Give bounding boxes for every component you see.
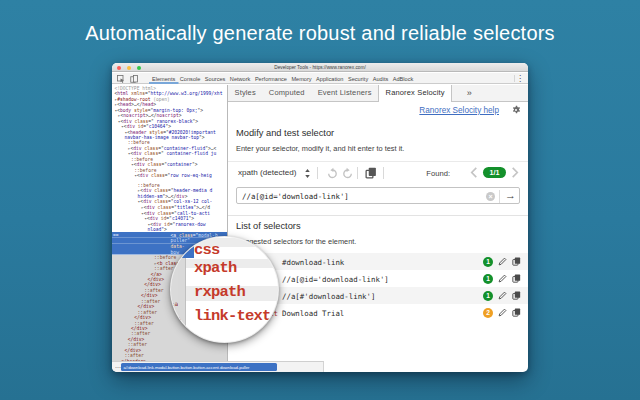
loupe-label-xpath: xpath: [194, 259, 237, 277]
loupe-label-link-text: link-text: [194, 307, 271, 325]
tabbar-separator: [514, 75, 515, 82]
help-row: Ranorex Selocity help: [228, 102, 528, 118]
inspect-element-icon[interactable]: [117, 75, 125, 83]
devtools-tab-bar: ElementsConsoleSourcesNetworkPerformance…: [112, 73, 528, 84]
selector-input-row: //a[@id='download-link'] × →: [228, 187, 528, 207]
devtools-menu-icon[interactable]: ⋮: [516, 73, 524, 84]
dropdown-arrows-icon: [305, 169, 310, 178]
selector-value: //a[#'download-link']: [282, 292, 375, 301]
match-count-badge: 1: [483, 257, 493, 267]
breadcrumb-selected-chip[interactable]: a#download-link.modal-button.button.butt…: [121, 363, 277, 371]
selector-toolbar: xpath (detected): [228, 161, 528, 185]
devtools-window: Developer Tools - https://www.ranorex.co…: [112, 63, 528, 372]
toolbar-separator: [317, 167, 318, 179]
toolbar-separator: [357, 167, 358, 179]
sidebar-tab-event-listeners[interactable]: Event Listeners: [311, 85, 378, 101]
selector-type-dropdown[interactable]: xpath (detected): [238, 168, 297, 177]
tree-node[interactable]: ▾<div class="row row-eq-heig: [112, 173, 227, 178]
headline: Automatically generate robust and reliab…: [0, 22, 640, 45]
selector-input-value: //a[@id='download-link']: [242, 192, 349, 201]
window-title: Developer Tools - https://www.ranorex.co…: [112, 63, 528, 72]
selocity-help-link[interactable]: Ranorex Selocity help: [419, 106, 499, 115]
devtools-tab-adblock[interactable]: AdBlock: [393, 76, 414, 82]
devtools-tab-elements[interactable]: Elements: [152, 76, 175, 82]
match-count-badge: 2: [483, 308, 493, 318]
devtools-tab-sources[interactable]: Sources: [205, 76, 226, 82]
devtools-tab-security[interactable]: Security: [348, 76, 368, 82]
devtools-tabs: ElementsConsoleSourcesNetworkPerformance…: [152, 73, 492, 84]
breadcrumb-bar: ... a#download-link.modal-button.button.…: [112, 361, 324, 373]
edit-pencil-icon[interactable]: [498, 291, 507, 300]
redo-icon[interactable]: [342, 167, 354, 179]
previous-match-icon[interactable]: [470, 167, 478, 178]
selector-value: //a[@id='download-link']: [282, 275, 389, 284]
window-titlebar: Developer Tools - https://www.ranorex.co…: [112, 63, 528, 72]
copy-icon[interactable]: [512, 291, 521, 300]
match-count-badge: 1: [483, 274, 493, 284]
settings-gear-icon[interactable]: [511, 105, 521, 115]
tree-node[interactable]: ▾<div class=" container-fluid ju: [112, 151, 227, 156]
copy-icon[interactable]: [512, 274, 521, 283]
run-selector-icon[interactable]: →: [505, 189, 516, 201]
sidebar-tabs: StylesComputedEvent ListenersRanorex Sel…: [228, 85, 528, 102]
active-tab-underline: [149, 82, 178, 84]
selocity-sidebar: StylesComputedEvent ListenersRanorex Sel…: [228, 85, 528, 361]
field-separator: [499, 190, 500, 203]
sidebar-tabs-overflow-icon[interactable]: »: [460, 85, 478, 101]
sidebar-tab-styles[interactable]: Styles: [228, 85, 262, 101]
undo-icon[interactable]: [326, 167, 338, 179]
clear-input-icon[interactable]: ×: [486, 192, 495, 201]
loupe-label-css: css: [194, 241, 220, 259]
devtools-tab-audits[interactable]: Audits: [373, 76, 389, 82]
copy-icon[interactable]: [512, 257, 521, 266]
stage: Automatically generate robust and reliab…: [0, 0, 640, 400]
sidebar-tab-ranorex-selocity[interactable]: Ranorex Selocity: [378, 85, 452, 102]
found-label: Found:: [426, 169, 450, 178]
list-section-title: List of selectors: [236, 221, 301, 231]
toolbar-separator: [383, 167, 384, 179]
section-divider: [228, 215, 528, 216]
devtools-tab-performance[interactable]: Performance: [255, 76, 287, 82]
edit-pencil-icon[interactable]: [498, 308, 507, 317]
magnifier-loupe: :af </d css xpath rxpath link-text: [170, 236, 279, 343]
minimize-button[interactable]: [127, 66, 131, 70]
copy-icon[interactable]: [512, 308, 521, 317]
close-button[interactable]: [117, 66, 121, 70]
devtools-tab-network[interactable]: Network: [230, 76, 251, 82]
devtools-tab-memory[interactable]: Memory: [291, 76, 311, 82]
traffic-lights: [117, 66, 141, 70]
sidebar-tab-computed[interactable]: Computed: [262, 85, 311, 101]
loupe-content: :af </d css xpath rxpath link-text: [171, 237, 278, 342]
device-toolbar-icon[interactable]: [130, 75, 138, 83]
match-count-badge: 1: [483, 291, 493, 301]
loupe-label-rxpath: rxpath: [194, 283, 245, 301]
selector-value: Download Trial: [282, 309, 344, 318]
edit-pencil-icon[interactable]: [498, 257, 507, 266]
zoom-button[interactable]: [137, 66, 141, 70]
devtools-tab-application[interactable]: Application: [316, 76, 343, 82]
modify-section-subtitle: Enter your selector, modify it, and hit …: [236, 144, 404, 153]
selector-value: #download-link: [282, 258, 344, 267]
modify-section-title: Modify and test selector: [236, 128, 334, 138]
devtools-content: <!DOCTYPE html><html xmlns="http://www.w…: [112, 85, 528, 361]
copy-selector-icon[interactable]: [365, 167, 377, 179]
next-match-icon[interactable]: [511, 167, 519, 178]
edit-pencil-icon[interactable]: [498, 274, 507, 283]
found-count-badge: 1/1: [483, 167, 506, 178]
selector-input[interactable]: //a[@id='download-link'] × →: [236, 187, 520, 204]
devtools-tab-console[interactable]: Console: [180, 76, 201, 82]
